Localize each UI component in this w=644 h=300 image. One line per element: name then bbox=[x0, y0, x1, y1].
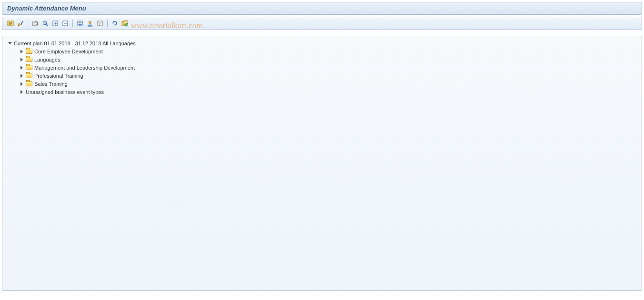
caret-down-icon bbox=[8, 42, 12, 44]
tree-node-label: Sales Training bbox=[34, 81, 68, 87]
svg-point-21 bbox=[125, 23, 128, 26]
tree-node-label: Unassigned business event types bbox=[26, 89, 104, 95]
tree-node[interactable]: Unassigned business event types bbox=[6, 88, 641, 96]
svg-rect-11 bbox=[78, 21, 82, 26]
toolbar-separator bbox=[28, 20, 28, 27]
toolbar bbox=[2, 17, 642, 30]
tree-node[interactable]: Core Employee Development bbox=[6, 47, 641, 55]
refresh-icon[interactable] bbox=[111, 19, 119, 28]
user-icon[interactable] bbox=[86, 19, 94, 28]
svg-point-15 bbox=[89, 21, 91, 24]
find-again-icon[interactable] bbox=[41, 19, 50, 28]
page-title: Dynamic Attendance Menu bbox=[7, 5, 86, 12]
tree-node[interactable]: Professional Training bbox=[6, 72, 641, 80]
svg-rect-13 bbox=[80, 22, 81, 23]
svg-line-5 bbox=[46, 24, 48, 26]
svg-rect-12 bbox=[79, 22, 80, 23]
tree-node[interactable]: Management and Leadership Development bbox=[6, 63, 641, 72]
tree-root-node[interactable]: Current plan 01.01.2018 - 31.12.2018 All… bbox=[6, 39, 641, 47]
caret-right-icon bbox=[20, 58, 23, 62]
folder-icon bbox=[26, 73, 32, 78]
find-icon[interactable] bbox=[31, 19, 40, 28]
folder-icon bbox=[26, 65, 32, 70]
expand-icon[interactable] bbox=[51, 19, 60, 28]
detail-icon[interactable] bbox=[76, 19, 84, 28]
change-icon[interactable] bbox=[16, 19, 25, 28]
caret-right-icon bbox=[20, 66, 23, 70]
tree-node-label: Professional Training bbox=[34, 73, 83, 79]
svg-rect-14 bbox=[79, 24, 81, 25]
toolbar-separator bbox=[72, 20, 73, 27]
tree-node-label: Languages bbox=[34, 57, 60, 62]
caret-right-icon bbox=[20, 74, 23, 78]
layout-icon[interactable] bbox=[96, 19, 104, 28]
tree-node[interactable]: Sales Training bbox=[6, 80, 641, 88]
folder-icon bbox=[26, 49, 32, 54]
collapse-icon[interactable] bbox=[61, 19, 70, 28]
tree-panel: Current plan 01.01.2018 - 31.12.2018 All… bbox=[2, 36, 642, 291]
pick-list-icon[interactable] bbox=[6, 19, 15, 28]
caret-right-icon bbox=[20, 82, 23, 86]
svg-point-4 bbox=[43, 21, 47, 25]
svg-rect-16 bbox=[98, 21, 102, 26]
tree-node[interactable]: Languages bbox=[6, 55, 641, 63]
title-bar: Dynamic Attendance Menu bbox=[2, 2, 642, 15]
tree-node-label: Management and Leadership Development bbox=[34, 65, 135, 71]
caret-right-icon bbox=[20, 50, 23, 53]
folder-icon bbox=[26, 81, 32, 86]
toolbar-separator bbox=[107, 20, 108, 27]
caret-right-icon bbox=[20, 90, 23, 94]
mass-book-icon[interactable] bbox=[121, 19, 129, 28]
tree-root-label: Current plan 01.01.2018 - 31.12.2018 All… bbox=[14, 41, 136, 46]
tree-node-label: Core Employee Development bbox=[34, 49, 103, 54]
folder-icon bbox=[26, 57, 32, 62]
